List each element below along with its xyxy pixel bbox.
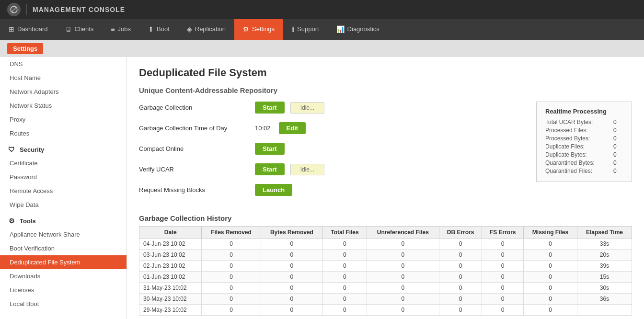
settings-badge: Settings — [7, 43, 43, 54]
nav-diagnostics[interactable]: 📊 Diagnostics — [328, 19, 388, 40]
table-row: 04-Jun-23 10:02000000033s — [139, 239, 632, 250]
request-missing-blocks-launch-button[interactable]: Launch — [255, 184, 292, 196]
table-cell: 30-May-23 10:02 — [139, 294, 202, 305]
nav-settings[interactable]: ⚙ Settings — [234, 19, 283, 40]
garbage-collection-status: Idle... — [290, 102, 324, 114]
sidebar-item-certificate[interactable]: Certificate — [0, 156, 126, 170]
sidebar-item-wipe-data[interactable]: Wipe Data — [0, 198, 126, 212]
sidebar-item-local-boot[interactable]: Local Boot — [0, 297, 126, 311]
page-title: Deduplicated File System — [139, 67, 632, 79]
nav-settings-label: Settings — [252, 25, 275, 33]
main-layout: DNS Host Name Network Adapters Network S… — [0, 57, 644, 319]
rt-value-4: 0 — [613, 151, 623, 158]
table-cell: 0 — [261, 250, 323, 261]
sidebar-item-remote-access[interactable]: Remote Access — [0, 184, 126, 198]
sidebar-item-appliance-network-share[interactable]: Appliance Network Share — [0, 228, 126, 241]
compact-online-start-button[interactable]: Start — [255, 143, 285, 155]
garbage-collection-start-button[interactable]: Start — [255, 102, 285, 114]
sidebar-certificate-label: Certificate — [10, 160, 38, 167]
col-db-errors: DB Errors — [439, 227, 482, 239]
nav-boot[interactable]: ⬆ Boot — [139, 19, 178, 40]
sidebar-item-password[interactable]: Password — [0, 170, 126, 184]
col-unreferenced-files: Unreferenced Files — [367, 227, 439, 239]
realtime-row-5: Quarantined Bytes: 0 — [545, 160, 623, 166]
table-cell: 0 — [261, 261, 323, 272]
realtime-row-1: Processed Files: 0 — [545, 127, 623, 134]
sidebar-item-boot-verification[interactable]: Boot Verification — [0, 241, 126, 255]
sidebar-item-routes[interactable]: Routes — [0, 126, 126, 140]
nav-replication[interactable]: ◈ Replication — [178, 19, 234, 40]
nav-jobs[interactable]: ≡ Jobs — [102, 19, 139, 40]
table-cell: 0 — [482, 261, 524, 272]
nav-clients[interactable]: 🖥 Clients — [57, 19, 103, 40]
nav-support[interactable]: ℹ Support — [283, 19, 328, 40]
realtime-row-3: Duplicate Files: 0 — [545, 143, 623, 150]
table-cell: 0 — [367, 250, 439, 261]
nav-bar: ⊞ Dashboard 🖥 Clients ≡ Jobs ⬆ Boot ◈ Re… — [0, 19, 644, 40]
sidebar-wipe-data-label: Wipe Data — [10, 201, 39, 208]
sidebar-item-network-adapters[interactable]: Network Adapters — [0, 85, 126, 99]
realtime-row-4: Duplicate Bytes: 0 — [545, 151, 623, 158]
table-cell: 0 — [261, 283, 323, 294]
table-cell: 0 — [439, 305, 482, 316]
table-cell: 0 — [202, 239, 261, 250]
table-cell: 30s — [577, 283, 632, 294]
sidebar-item-licenses[interactable]: Licenses — [0, 283, 126, 297]
table-cell: 0 — [439, 239, 482, 250]
tools-section-icon: ⚙ — [7, 216, 16, 225]
sidebar-item-dns[interactable]: DNS — [0, 57, 126, 71]
rt-value-1: 0 — [613, 127, 623, 134]
sidebar-item-downloads[interactable]: Downloads — [0, 269, 126, 283]
table-cell: 0 — [367, 272, 439, 283]
table-row: 30-May-23 10:02000000036s — [139, 294, 632, 305]
section-subtitle: Unique Content-Addressable Repository — [139, 86, 632, 94]
table-cell: 31-May-23 10:02 — [139, 283, 202, 294]
sidebar-item-network-status[interactable]: Network Status — [0, 99, 126, 113]
boot-icon: ⬆ — [148, 25, 154, 33]
table-cell: 0 — [439, 272, 482, 283]
sidebar-security-label: Security — [20, 146, 44, 153]
sidebar-routes-label: Routes — [10, 130, 29, 137]
table-cell: 0 — [323, 272, 367, 283]
rt-value-6: 0 — [613, 168, 623, 174]
sidebar-remote-access-label: Remote Access — [10, 187, 53, 194]
nav-diagnostics-label: Diagnostics — [347, 25, 380, 33]
verify-ucar-start-button[interactable]: Start — [255, 163, 285, 175]
table-cell: 0 — [367, 305, 439, 316]
rt-label-6: Quarantined Files: — [545, 168, 592, 174]
sidebar-proxy-label: Proxy — [10, 116, 25, 123]
sidebar-item-hostname[interactable]: Host Name — [0, 71, 126, 85]
rt-label-5: Quarantined Bytes: — [545, 160, 595, 166]
table-cell: 03-Jun-23 10:02 — [139, 250, 202, 261]
table-cell: 0 — [261, 272, 323, 283]
settings-bar: Settings — [0, 40, 644, 57]
table-cell: 39s — [577, 261, 632, 272]
request-missing-blocks-row: Request Missing Blocks Launch — [139, 184, 517, 196]
realtime-row-2: Processed Bytes: 0 — [545, 135, 623, 142]
table-cell: 0 — [323, 250, 367, 261]
compact-online-row: Compact Online Start — [139, 143, 517, 155]
table-cell: 0 — [367, 283, 439, 294]
sidebar-network-adapters-label: Network Adapters — [10, 88, 59, 95]
gc-time-edit-button[interactable]: Edit — [279, 122, 306, 134]
table-cell: 15s — [577, 272, 632, 283]
table-cell: 01-Jun-23 10:02 — [139, 272, 202, 283]
table-cell: 0 — [367, 239, 439, 250]
table-row: 02-Jun-23 10:02000000039s — [139, 261, 632, 272]
table-cell: 0 — [482, 239, 524, 250]
col-files-removed: Files Removed — [202, 227, 261, 239]
nav-replication-label: Replication — [195, 25, 226, 33]
table-cell: 0 — [261, 294, 323, 305]
rt-value-0: 0 — [613, 119, 623, 125]
sidebar-item-proxy[interactable]: Proxy — [0, 113, 126, 126]
realtime-row-0: Total UCAR Bytes: 0 — [545, 119, 623, 125]
table-cell: 0 — [367, 261, 439, 272]
app-logo — [7, 3, 21, 16]
table-cell: 0 — [524, 250, 577, 261]
nav-jobs-label: Jobs — [118, 25, 131, 33]
nav-dashboard[interactable]: ⊞ Dashboard — [0, 19, 57, 40]
rt-label-0: Total UCAR Bytes: — [545, 119, 593, 125]
table-cell: 0 — [524, 294, 577, 305]
sidebar-item-deduplicated-file-system[interactable]: Deduplicated File System — [0, 255, 126, 269]
table-cell: 29-May-23 10:02 — [139, 305, 202, 316]
